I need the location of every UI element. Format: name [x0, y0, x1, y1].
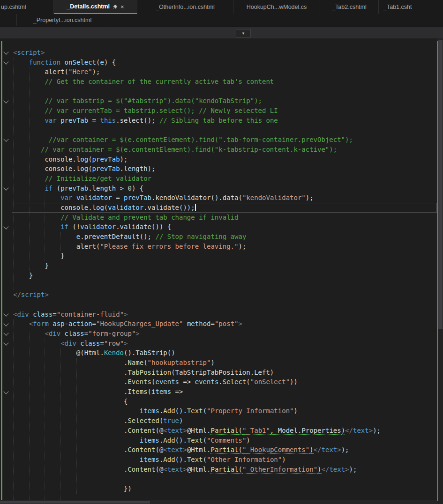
code-line[interactable]: .TabPosition(TabStripTabPosition.Left) [13, 368, 437, 378]
pin-icon[interactable] [113, 4, 118, 9]
code-line[interactable]: .Content(@<text>@Html.Partial("_Tab1", M… [13, 426, 437, 436]
code-area[interactable]: <script> function onSelect(e) { alert("H… [13, 38, 437, 504]
chevron-down-icon[interactable] [3, 340, 8, 345]
code-line[interactable]: function onSelect(e) { [13, 58, 437, 67]
tab-label: _OtherInfo...ion.cshtml [156, 4, 215, 10]
navigation-bar: ▼ [0, 26, 443, 39]
code-line[interactable]: items.Add().Text("Other Information") [13, 455, 437, 465]
chevron-down-icon[interactable] [3, 49, 8, 54]
code-line[interactable]: // var currentTab = tabstrip.select(); /… [13, 106, 437, 116]
tab-tab1-csht[interactable]: _Tab1.csht [379, 0, 443, 14]
tab-details-cshtml[interactable]: _Details.cshtml× [54, 0, 137, 14]
code-line[interactable]: .Items(items => [13, 387, 437, 397]
chevron-down-icon[interactable] [3, 137, 8, 142]
chevron-down-icon[interactable] [3, 331, 8, 336]
horizontal-scrollbar[interactable] [0, 500, 437, 504]
tab-label: up.cshtml [1, 4, 26, 10]
code-line[interactable]: </script> [13, 290, 437, 300]
dropdown-button[interactable]: ▼ [236, 29, 251, 37]
tab-row-2: _PropertyI...ion.cshtml [0, 14, 443, 26]
code-line[interactable] [13, 300, 437, 310]
code-line[interactable]: } [13, 251, 437, 261]
code-line[interactable]: }) [13, 484, 437, 494]
code-line[interactable]: .Content(@<text>@Html.Partial("_HookupCo… [13, 445, 437, 455]
tab-otherinfo-ion-cshtml[interactable]: _OtherInfo...ion.cshtml [137, 0, 233, 14]
code-line[interactable]: alert("Please fix errors before leaving.… [13, 242, 437, 252]
code-line[interactable]: var validator = prevTab.kendoValidator()… [13, 193, 437, 203]
code-line[interactable]: .Events(events => events.Select("onSelec… [13, 377, 437, 387]
tab-stub[interactable] [0, 14, 17, 26]
chevron-down-icon[interactable] [3, 98, 8, 103]
code-line[interactable]: var prevTab = this.select(); // Sibling … [13, 116, 437, 126]
tab-up-cshtml[interactable]: up.cshtml [0, 0, 54, 14]
code-line[interactable] [13, 281, 437, 290]
code-line[interactable]: if (prevTab.length > 0) { [13, 184, 437, 193]
code-line[interactable]: items.Add().Text("Property Information") [13, 406, 437, 416]
tab-hookupch-wmodel-cs[interactable]: HookupCh...wModel.cs [233, 0, 320, 14]
tab-row-1: up.cshtml_Details.cshtml×_OtherInfo...io… [0, 0, 443, 14]
chevron-down-icon[interactable] [3, 389, 8, 394]
code-line[interactable]: //var container = $(e.contentElement).fi… [13, 135, 437, 145]
code-line[interactable] [13, 474, 437, 484]
chevron-down-icon[interactable] [3, 59, 8, 64]
change-tracking-bar [1, 41, 2, 504]
code-line[interactable]: <script> [13, 48, 437, 58]
code-line[interactable]: // var tabstrip = $("#tabstrip").data("k… [13, 96, 437, 106]
code-line[interactable]: console.log(prevTab.length); [13, 164, 437, 174]
code-line[interactable]: alert("Here"); [13, 67, 437, 77]
code-line[interactable]: // Initialize/get validator [13, 174, 437, 184]
code-line[interactable]: console.log(prevTab); [13, 155, 437, 164]
code-line[interactable] [13, 126, 437, 135]
code-line[interactable]: @(Html.Kendo().TabStrip() [13, 348, 437, 358]
chevron-down-icon[interactable] [3, 321, 8, 326]
tab-label: _Tab1.csht [383, 4, 412, 10]
code-line[interactable]: } [13, 271, 437, 281]
chevron-down-icon[interactable] [3, 185, 8, 190]
scrollbar-change-mark [437, 41, 438, 501]
code-line[interactable]: // Validate and prevent tab change if in… [13, 213, 437, 222]
code-line[interactable]: } [13, 261, 437, 271]
editor[interactable]: <script> function onSelect(e) { alert("H… [0, 38, 443, 504]
close-icon[interactable]: × [120, 3, 124, 10]
code-line[interactable]: console.log(validator.validate()); [13, 203, 437, 213]
code-line[interactable]: .Content(@<text>@Html.Partial("_OtherInf… [13, 465, 437, 474]
chevron-down-icon: ▼ [241, 31, 245, 36]
code-line[interactable]: <div class="container-fluid"> [13, 310, 437, 319]
code-line[interactable]: .Selected(true) [13, 416, 437, 426]
text-caret [195, 204, 196, 211]
chevron-down-icon[interactable] [3, 311, 8, 316]
code-line[interactable] [13, 87, 437, 96]
tab-label: _Details.cshtml [67, 3, 110, 10]
code-line[interactable]: items.Add().Text("Comments") [13, 436, 437, 445]
code-line[interactable]: // Get the container of the currently ac… [13, 77, 437, 87]
tab-tab2-cshtml[interactable]: _Tab2.cshtml [320, 0, 379, 14]
tab-propertyi-ion-cshtml[interactable]: _PropertyI...ion.cshtml [17, 14, 108, 26]
code-line[interactable]: e.preventDefault(); // Stop navigating a… [13, 232, 437, 242]
vertical-scrollbar-thumb[interactable] [438, 40, 443, 329]
tab-label: _PropertyI...ion.cshtml [33, 17, 91, 23]
code-line[interactable]: <form asp-action="HookupCharges_Update" … [13, 319, 437, 329]
code-line[interactable]: <div class="row"> [13, 339, 437, 348]
tab-label: HookupCh...wModel.cs [247, 4, 307, 10]
vertical-scrollbar[interactable] [437, 38, 443, 504]
code-line[interactable]: <div class="form-group"> [13, 329, 437, 339]
tab-label: _Tab2.cshtml [332, 4, 367, 10]
chevron-down-icon[interactable] [3, 224, 8, 229]
code-line[interactable]: .Name("hookuptabstrip") [13, 358, 437, 368]
code-line[interactable]: if (!validator.validate()) { [13, 222, 437, 232]
code-line[interactable]: { [13, 397, 437, 407]
horizontal-scrollbar-thumb[interactable] [0, 501, 150, 504]
code-line[interactable]: // var container = $(e.contentElement).f… [13, 145, 437, 155]
